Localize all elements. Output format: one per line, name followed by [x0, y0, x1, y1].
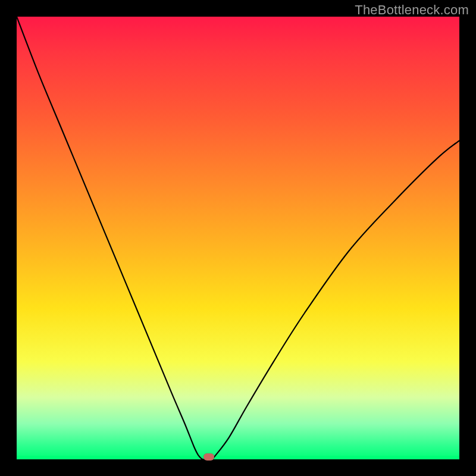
plot-area	[17, 17, 459, 459]
outer-frame: TheBottleneck.com	[0, 0, 476, 476]
bottleneck-curve	[17, 17, 459, 459]
optimum-marker	[203, 453, 214, 461]
watermark-text: TheBottleneck.com	[355, 2, 469, 18]
